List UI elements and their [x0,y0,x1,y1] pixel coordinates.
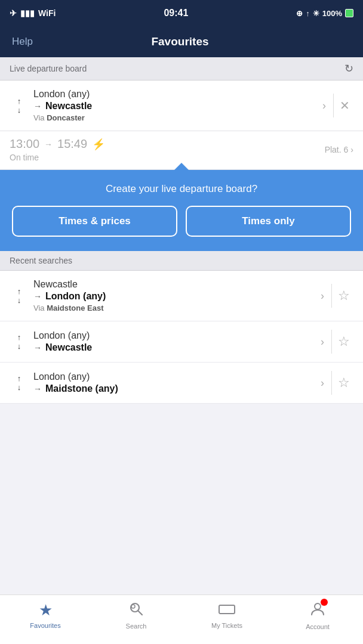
from-label: Newcastle [33,279,316,290]
via-station: Maidstone East [47,304,103,312]
status-left: ✈ ▮▮▮ WiFi [10,8,56,18]
separator [331,330,332,354]
time-display: 13:00 → 15:49 ⚡ [10,137,105,151]
from-label: London (any) [33,371,316,382]
list-item: ↑ ↓ London (any) → Maidstone (any) › ☆ [0,363,363,404]
sort-icon: ↑ ↓ [10,374,29,392]
wifi-icon: WiFi [38,8,56,18]
my-tickets-icon [218,601,236,620]
tab-favourites[interactable]: ★ Favourites [0,601,91,629]
arrow-icon: ↑ [306,9,310,18]
svg-point-2 [131,605,135,608]
tab-bar: ★ Favourites Search My Tickets [0,595,363,644]
arrival-time: 15:49 [57,137,87,151]
signal-icon: ▮▮▮ [20,8,35,18]
tab-account[interactable]: Account [272,601,363,630]
route-details: London (any) → Newcastle Via Doncaster [29,89,318,122]
route-details: London (any) → Maidstone (any) [29,371,316,394]
times-only-button[interactable]: Times only [186,206,351,237]
to-label: London (any) [45,291,106,302]
chevron-right-icon[interactable]: › [316,377,329,389]
time-left-section: 13:00 → 15:49 ⚡ On time [10,137,105,162]
create-board-popup: Create your live departure board? Times … [0,170,363,251]
direction-arrow-icon: → [33,384,42,394]
to-row: → Maidstone (any) [33,383,316,394]
battery-label: 100% [322,9,342,18]
svg-point-4 [315,603,321,609]
refresh-icon[interactable]: ↻ [344,62,353,75]
chevron-right-icon[interactable]: › [316,336,329,348]
tab-account-label: Account [306,623,330,630]
popup-buttons: Times & prices Times only [12,206,351,237]
page-title: Favourites [151,35,208,48]
svg-rect-3 [219,605,235,614]
status-right: ⊕ ↑ ✳ 100% [296,9,353,18]
tab-search[interactable]: Search [91,601,182,630]
to-label: Newcastle [45,101,92,112]
direction-arrow-icon: → [33,292,42,301]
nav-bar: Help Favourites [0,26,363,57]
list-item: ↑ ↓ Newcastle → London (any) Via Maidsto… [0,271,363,321]
popup-arrow [173,163,190,171]
search-icon [128,601,144,620]
location-icon: ⊕ [296,9,303,18]
battery-icon [345,9,353,17]
sort-icon: ↑ ↓ [10,333,29,351]
time-arrow-icon: → [44,140,53,149]
live-board-header: Live departure board ↻ [0,57,363,80]
direction-arrow-icon: → [33,101,42,111]
svg-line-1 [138,611,142,615]
list-item: ↑ ↓ London (any) → Newcastle › ☆ [0,321,363,363]
tab-search-label: Search [126,623,147,630]
star-icon[interactable]: ☆ [334,288,353,304]
status-bar: ✈ ▮▮▮ WiFi 09:41 ⊕ ↑ ✳ 100% [0,0,363,26]
live-board-title: Live departure board [10,64,87,73]
to-row: → Newcastle [33,342,316,353]
favourite-item: ↑ ↓ London (any) → Newcastle Via Doncast… [0,80,363,131]
platform-label: Plat. 6 [325,145,349,154]
route-details: London (any) → Newcastle [29,330,316,353]
platform-chevron-icon: › [350,145,353,154]
tab-favourites-label: Favourites [30,622,60,629]
platform-section: Plat. 6 › [325,145,353,154]
star-icon[interactable]: ☆ [334,375,353,391]
lightning-icon: ⚡ [92,138,105,151]
bluetooth-icon: ✳ [313,9,319,18]
via-row: Via Doncaster [33,113,318,122]
airplane-icon: ✈ [10,8,17,18]
times-prices-button[interactable]: Times & prices [12,206,177,237]
recent-searches-header: Recent searches [0,251,363,271]
sort-icon: ↑ ↓ [10,287,29,305]
to-row: → Newcastle [33,101,318,112]
close-icon[interactable]: ✕ [336,98,353,113]
via-row: Via Maidstone East [33,304,316,312]
content-area: Live departure board ↻ ↑ ↓ London (any) … [0,57,363,453]
chevron-right-icon[interactable]: › [316,290,329,302]
to-label: Maidstone (any) [45,383,118,394]
sort-icon: ↑ ↓ [10,97,29,114]
tab-my-tickets[interactable]: My Tickets [182,601,272,629]
account-badge [321,599,328,606]
favourites-icon: ★ [39,601,53,620]
route-row: ↑ ↓ London (any) → Newcastle Via Doncast… [10,89,353,122]
via-station: Doncaster [47,113,85,122]
help-button[interactable]: Help [12,36,33,48]
account-icon-wrapper [310,601,325,621]
via-label: Via [33,113,47,122]
separator [333,94,334,117]
separator [331,371,332,395]
via-label: Via [33,304,47,312]
to-row: → London (any) [33,291,316,302]
star-icon[interactable]: ☆ [334,334,353,349]
departure-time: 13:00 [10,137,39,151]
from-label: London (any) [33,330,316,341]
to-label: Newcastle [45,342,92,353]
status-time: 09:41 [164,8,188,18]
direction-arrow-icon: → [33,343,42,352]
on-time-status: On time [10,153,105,162]
route-details: Newcastle → London (any) Via Maidstone E… [29,279,316,312]
chevron-right-icon[interactable]: › [318,100,331,112]
recent-searches-title: Recent searches [10,256,72,265]
popup-title: Create your live departure board? [12,183,351,195]
tab-tickets-label: My Tickets [211,622,242,629]
